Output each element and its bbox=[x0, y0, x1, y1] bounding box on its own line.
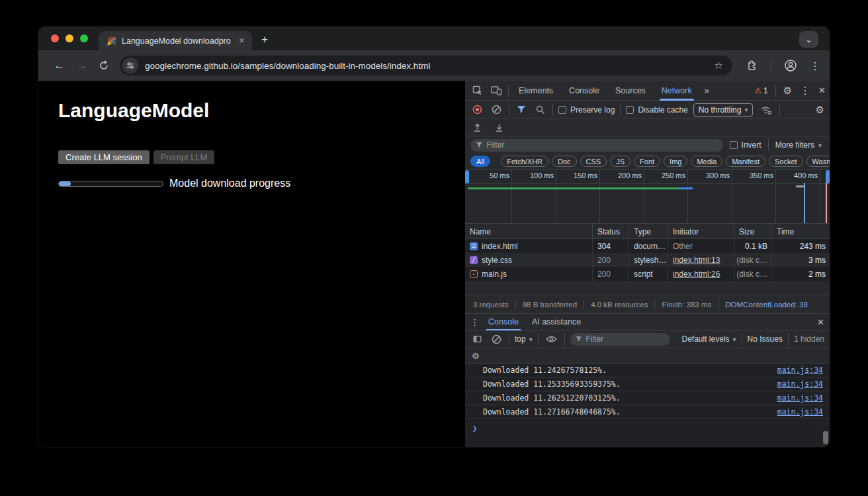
source-link[interactable]: main.js:34 bbox=[777, 393, 823, 403]
chip-all[interactable]: All bbox=[470, 156, 490, 167]
close-window-button[interactable] bbox=[51, 34, 59, 42]
table-filler-stripe bbox=[465, 281, 830, 295]
inspect-element-button[interactable] bbox=[470, 85, 485, 96]
drawer-close-icon[interactable]: ✕ bbox=[817, 317, 824, 327]
console-messages: Downloaded 11.24267578125%. main.js:34 D… bbox=[465, 364, 830, 447]
timeline-tick: 150 ms bbox=[556, 172, 597, 179]
chip-css[interactable]: CSS bbox=[580, 156, 607, 167]
tab-close-icon[interactable]: ✕ bbox=[237, 35, 247, 46]
more-tabs-icon[interactable]: » bbox=[702, 85, 712, 95]
disable-cache-checkbox[interactable]: Disable cache bbox=[626, 105, 687, 115]
new-tab-button[interactable]: + bbox=[252, 33, 276, 50]
tab-elements[interactable]: Elements bbox=[513, 81, 559, 101]
chip-media[interactable]: Media bbox=[691, 156, 722, 167]
search-network-button[interactable] bbox=[533, 105, 547, 115]
initiator-link[interactable]: index.html:13 bbox=[673, 256, 720, 265]
chip-js[interactable]: JS bbox=[610, 156, 630, 167]
chip-fetchxhr[interactable]: Fetch/XHR bbox=[501, 156, 548, 167]
network-conditions-button[interactable] bbox=[758, 105, 774, 115]
more-filters-button[interactable]: More filters ▾ bbox=[775, 140, 824, 150]
script-file-icon: • bbox=[470, 270, 478, 278]
tab-search-button[interactable]: ⌄ bbox=[799, 31, 818, 48]
drawer-menu-button[interactable]: ⋮ bbox=[470, 317, 479, 327]
timeline-tick: 250 ms bbox=[644, 172, 685, 179]
log-levels-select[interactable]: Default levels ▾ bbox=[682, 334, 736, 344]
toolbar-divider bbox=[509, 104, 509, 116]
console-prompt[interactable]: ❯ bbox=[465, 419, 830, 433]
live-expression-button[interactable] bbox=[544, 334, 559, 344]
col-status[interactable]: Status bbox=[593, 224, 629, 239]
tab-sources[interactable]: Sources bbox=[609, 81, 652, 101]
console-filter-input[interactable] bbox=[586, 334, 664, 344]
chip-manifest[interactable]: Manifest bbox=[726, 156, 765, 167]
scrollbar-thumb[interactable] bbox=[823, 431, 828, 444]
preserve-log-checkbox[interactable]: Preserve log bbox=[558, 105, 615, 115]
chip-socket[interactable]: Socket bbox=[769, 156, 803, 167]
table-row[interactable]: ╱style.css 200 stylesh… index.html:13 (d… bbox=[465, 253, 830, 267]
back-button[interactable]: ← bbox=[52, 59, 67, 72]
col-type[interactable]: Type bbox=[629, 224, 668, 239]
col-initiator[interactable]: Initiator bbox=[668, 224, 734, 239]
browser-menu-button[interactable]: ⋮ bbox=[810, 60, 820, 72]
overview-right-handle[interactable] bbox=[826, 170, 830, 183]
stylesheet-file-icon: ╱ bbox=[470, 256, 478, 264]
network-overview-timeline[interactable]: 50 ms 100 ms 150 ms 200 ms 250 ms 300 ms… bbox=[465, 170, 830, 224]
source-link[interactable]: main.js:34 bbox=[777, 366, 823, 375]
table-row[interactable]: •main.js 200 script index.html:26 (disk … bbox=[465, 267, 830, 281]
site-settings-button[interactable] bbox=[122, 58, 138, 74]
forward-button[interactable]: → bbox=[74, 59, 90, 72]
network-settings-icon[interactable]: ⚙ bbox=[816, 104, 824, 116]
throttling-select[interactable]: No throttling ▾ bbox=[693, 103, 754, 117]
chip-wasm[interactable]: Wasm bbox=[806, 156, 830, 167]
clear-console-button[interactable] bbox=[490, 334, 503, 344]
table-row[interactable]: ☰index.html 304 docum… Other 0.1 kB 243 … bbox=[465, 239, 830, 253]
console-context-select[interactable]: top ▾ bbox=[515, 334, 533, 344]
checkbox-icon bbox=[730, 141, 738, 149]
create-llm-session-button[interactable]: Create LLM session bbox=[58, 150, 150, 164]
zoom-window-button[interactable] bbox=[80, 34, 88, 42]
profile-button[interactable] bbox=[782, 59, 799, 72]
extensions-button[interactable] bbox=[744, 60, 760, 72]
sidebar-toggle-icon bbox=[472, 334, 482, 344]
drawer-tab-ai-assistance[interactable]: AI assistance bbox=[528, 313, 585, 330]
address-bar[interactable]: googlechrome.github.io/samples/downloadi… bbox=[120, 56, 732, 75]
col-size[interactable]: Size bbox=[734, 224, 772, 239]
chip-img[interactable]: Img bbox=[664, 156, 687, 167]
progress-label: Model download progress bbox=[169, 177, 290, 189]
reload-button[interactable] bbox=[96, 60, 112, 71]
tab-console[interactable]: Console bbox=[563, 81, 605, 101]
summary-finish: Finish: 383 ms bbox=[655, 301, 718, 309]
tab-network[interactable]: Network bbox=[656, 81, 698, 101]
issues-counter[interactable]: ⚠ 1 bbox=[754, 86, 767, 95]
chip-font[interactable]: Font bbox=[634, 156, 660, 167]
console-settings-icon[interactable]: ⚙ bbox=[472, 351, 480, 361]
network-filter-input[interactable] bbox=[487, 140, 718, 150]
console-filter-wrap bbox=[570, 333, 670, 346]
col-name[interactable]: Name bbox=[465, 224, 593, 239]
bookmark-star-icon[interactable]: ☆ bbox=[711, 60, 727, 72]
source-link[interactable]: main.js:34 bbox=[777, 379, 823, 389]
source-link[interactable]: main.js:34 bbox=[777, 407, 823, 417]
devtools-close-icon[interactable]: ✕ bbox=[818, 85, 826, 95]
overview-left-handle[interactable] bbox=[465, 170, 469, 183]
device-toolbar-button[interactable] bbox=[489, 85, 504, 95]
issues-link[interactable]: No Issues bbox=[748, 334, 783, 344]
clear-network-button[interactable] bbox=[490, 105, 503, 115]
filter-toggle-button[interactable] bbox=[515, 105, 528, 114]
import-har-button[interactable] bbox=[470, 123, 484, 132]
progress-fill bbox=[59, 181, 71, 186]
initiator-link[interactable]: index.html:26 bbox=[673, 270, 720, 279]
prompt-llm-button[interactable]: Prompt LLM bbox=[153, 150, 215, 164]
export-har-button[interactable] bbox=[492, 123, 506, 132]
console-sidebar-button[interactable] bbox=[470, 334, 484, 344]
invert-checkbox[interactable]: Invert bbox=[730, 140, 761, 150]
chip-doc[interactable]: Doc bbox=[552, 156, 577, 167]
devtools-menu-button[interactable]: ⋮ bbox=[796, 84, 814, 97]
devtools-settings-icon[interactable]: ⚙ bbox=[783, 85, 792, 97]
drawer-tab-console[interactable]: Console bbox=[484, 313, 523, 330]
col-time[interactable]: Time bbox=[772, 224, 830, 239]
minimize-window-button[interactable] bbox=[65, 34, 73, 42]
timeline-tick: 350 ms bbox=[732, 172, 773, 179]
browser-tab[interactable]: 🎉 LanguageModel downloadpro ✕ bbox=[99, 31, 252, 50]
record-network-button[interactable] bbox=[470, 105, 484, 115]
